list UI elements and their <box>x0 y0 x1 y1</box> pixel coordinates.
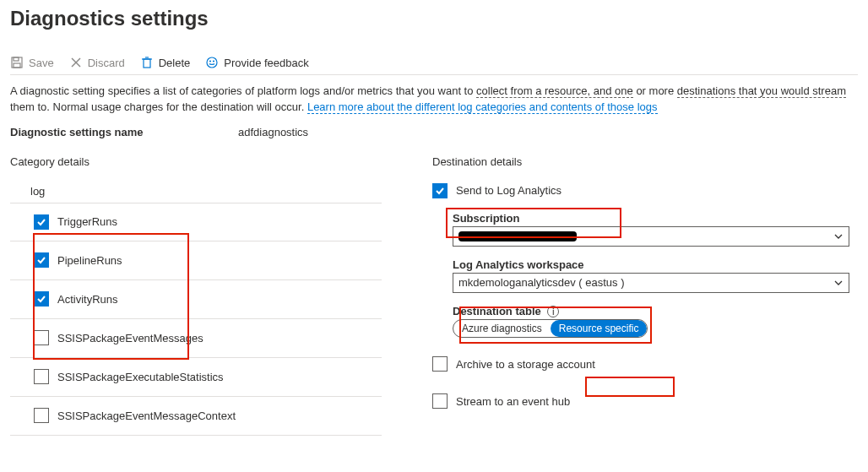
learn-more-link[interactable]: Learn more about the different log categ… <box>307 100 658 114</box>
category-details-heading: Category details <box>10 155 382 168</box>
smile-icon <box>205 56 219 69</box>
settings-name-label: Diagnostic settings name <box>10 126 238 138</box>
archive-label: Archive to a storage account <box>456 358 595 371</box>
discard-button[interactable]: Discard <box>69 56 125 69</box>
svg-rect-1 <box>14 57 19 61</box>
log-label: ActivityRuns <box>57 293 118 306</box>
workspace-select[interactable]: mkdemologanalyticsdev ( eastus ) <box>453 273 849 293</box>
save-button[interactable]: Save <box>10 56 54 69</box>
description-text: A diagnostic setting specifies a list of… <box>10 84 858 116</box>
workspace-value: mkdemologanalyticsdev ( eastus ) <box>458 276 625 289</box>
svg-rect-5 <box>144 59 150 68</box>
dotted-phrase-1: collect from a resource, and one <box>476 84 633 98</box>
log-list: TriggerRuns PipelineRuns ActivityRuns SS… <box>10 203 382 436</box>
svg-point-9 <box>210 61 211 62</box>
checkbox-send-log-analytics[interactable] <box>432 183 448 198</box>
save-label: Save <box>29 57 54 69</box>
subscription-label: Subscription <box>453 212 858 225</box>
subscription-value-redacted <box>458 231 577 241</box>
checkbox-ssis-event-context[interactable] <box>34 408 49 423</box>
checkbox-ssis-exec-stats[interactable] <box>34 369 49 384</box>
save-icon <box>10 56 24 69</box>
archive-storage-row[interactable]: Archive to a storage account <box>432 353 858 375</box>
svg-rect-2 <box>14 63 20 68</box>
stream-eventhub-row[interactable]: Stream to an event hub <box>432 390 858 412</box>
checkbox-ssis-event-messages[interactable] <box>34 330 49 345</box>
trash-icon <box>140 56 154 69</box>
checkbox-triggerruns[interactable] <box>34 214 49 230</box>
destination-details-heading: Destination details <box>432 155 858 168</box>
checkbox-stream-eventhub[interactable] <box>432 393 448 409</box>
close-icon <box>69 56 83 69</box>
page-title: Diagnostics settings <box>10 7 858 30</box>
chevron-down-icon <box>833 231 844 241</box>
checkbox-activityruns[interactable] <box>34 291 49 307</box>
destination-table-label: Destination table i <box>453 305 858 318</box>
log-item-ssispackageexecutablestatistics[interactable]: SSISPackageExecutableStatistics <box>10 358 382 397</box>
feedback-button[interactable]: Provide feedback <box>205 56 308 69</box>
log-item-ssispackageeventmessagecontext[interactable]: SSISPackageEventMessageContext <box>10 397 382 436</box>
workspace-label: Log Analytics workspace <box>453 258 858 271</box>
feedback-label: Provide feedback <box>224 57 308 69</box>
log-item-triggerruns[interactable]: TriggerRuns <box>10 203 382 241</box>
log-label: TriggerRuns <box>57 215 117 228</box>
svg-point-8 <box>207 57 217 68</box>
toolbar: Save Discard Delete Provide feedback <box>10 51 858 75</box>
toggle-azure-diagnostics[interactable]: Azure diagnostics <box>453 320 551 337</box>
checkbox-pipelineruns[interactable] <box>34 252 49 268</box>
send-label: Send to Log Analytics <box>456 184 561 197</box>
log-label: SSISPackageEventMessages <box>57 332 203 345</box>
log-item-pipelineruns[interactable]: PipelineRuns <box>10 241 382 280</box>
stream-label: Stream to an event hub <box>456 395 570 408</box>
log-label: SSISPackageExecutableStatistics <box>57 371 224 383</box>
log-heading: log <box>10 180 382 203</box>
delete-button[interactable]: Delete <box>140 56 191 69</box>
destination-table-toggle[interactable]: Azure diagnostics Resource specific <box>453 319 648 338</box>
svg-point-10 <box>214 61 214 62</box>
log-label: PipelineRuns <box>57 254 122 267</box>
settings-name-value: adfdiagnostics <box>238 126 308 138</box>
info-icon[interactable]: i <box>547 306 559 317</box>
log-item-activityruns[interactable]: ActivityRuns <box>10 280 382 319</box>
subscription-select[interactable] <box>453 226 849 247</box>
delete-label: Delete <box>159 57 191 69</box>
log-label: SSISPackageEventMessageContext <box>57 410 236 422</box>
log-item-ssispackageeventmessages[interactable]: SSISPackageEventMessages <box>10 319 382 358</box>
send-to-log-analytics-row[interactable]: Send to Log Analytics <box>432 180 858 202</box>
checkbox-archive-storage[interactable] <box>432 356 448 372</box>
discard-label: Discard <box>88 57 125 69</box>
toggle-resource-specific[interactable]: Resource specific <box>551 320 648 337</box>
chevron-down-icon <box>833 278 844 288</box>
dotted-phrase-2: destinations that you would stream <box>677 84 846 98</box>
